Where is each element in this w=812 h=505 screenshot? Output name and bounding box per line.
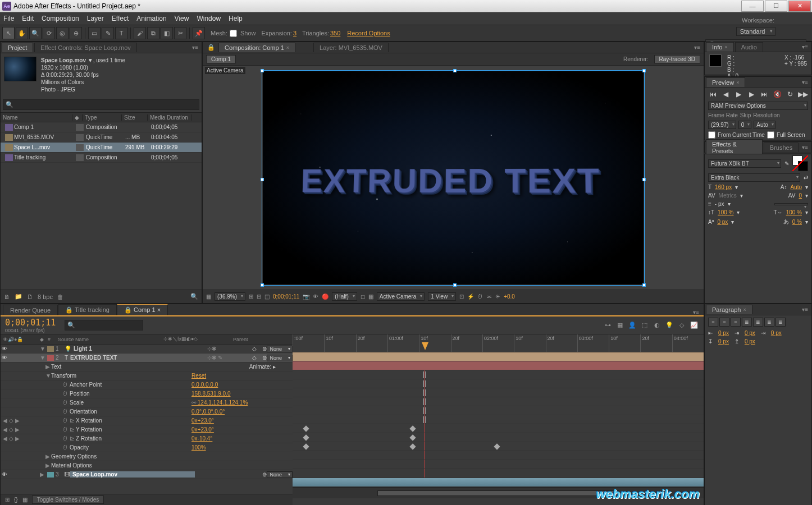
layer-bar[interactable] (293, 478, 704, 487)
font-style-dropdown[interactable]: Extra Black (708, 173, 800, 182)
property-row[interactable]: ⏱ Anchor Point 0.0,0.0,0.0 (1, 380, 293, 389)
stroke-width-value[interactable]: - px (715, 201, 724, 207)
link-icon[interactable]: ⚯ (191, 400, 196, 406)
show-snapshot-icon[interactable]: 👁 (313, 293, 318, 300)
expression-icon[interactable]: ⊵ (70, 435, 74, 442)
pan-behind-tool-icon[interactable]: ⊕ (70, 27, 82, 39)
property-track[interactable] (293, 442, 704, 451)
visibility-icon[interactable]: 👁 (1, 355, 8, 361)
from-current-time-checkbox[interactable] (708, 131, 715, 139)
modes-icon[interactable]: ▦ (22, 497, 28, 503)
property-row[interactable]: ▶ Material Options (1, 461, 293, 470)
keyframe-nav[interactable]: ◀ ◇ ▶ (1, 435, 23, 442)
property-row[interactable]: ◀ ◇ ▶ ⏱⊵ X Rotation 0x+23.0° (1, 416, 293, 425)
kerning-value[interactable]: Metrics (719, 192, 737, 199)
time-navigator[interactable] (377, 490, 619, 496)
property-value[interactable]: Reset (191, 373, 293, 379)
item-label-icon[interactable] (76, 144, 84, 151)
indent-left-value[interactable]: 0 px (718, 330, 729, 336)
brush-tool-icon[interactable]: 🖌 (134, 27, 146, 39)
twirl-icon[interactable]: ▶ (45, 462, 51, 469)
property-row[interactable]: ▼ Transform Reset (1, 371, 293, 380)
rectangle-tool-icon[interactable]: ▭ (88, 27, 101, 39)
zoom-dropdown[interactable]: (36.9%) (215, 292, 245, 301)
leading-value[interactable]: Auto (790, 184, 802, 190)
roi-icon[interactable]: ◻ (361, 293, 365, 300)
project-item[interactable]: Title tracking Composition 0;00;04;05 (1, 153, 202, 163)
window-maximize-button[interactable]: ☐ (765, 1, 787, 12)
text-tool-icon[interactable]: T (115, 27, 127, 39)
tab-composition[interactable]: Composition: Comp 1× (218, 43, 295, 52)
property-row[interactable]: ▶ Text Animate: ▸ (1, 362, 293, 371)
close-icon[interactable]: × (286, 45, 289, 50)
visibility-icon[interactable]: 👁 (1, 346, 8, 352)
switches-icon[interactable]: {} (14, 497, 18, 503)
twirl-icon[interactable]: ▼ (40, 355, 45, 361)
twirl-icon[interactable]: ▼ (45, 373, 51, 379)
baseline-value[interactable]: 0 px (717, 219, 728, 225)
keyframe-icon[interactable] (303, 443, 309, 449)
property-value[interactable]: 0x+23.0° (191, 417, 293, 424)
3d-layer-icon[interactable]: ◇ (252, 355, 257, 361)
views-dropdown[interactable]: 1 View (428, 292, 456, 301)
stroke-style-dropdown[interactable] (774, 203, 808, 205)
expand-icon[interactable]: ⊞ (5, 497, 10, 503)
property-value[interactable]: 0x+23.0° (191, 426, 293, 433)
twirl-icon[interactable]: ▶ (40, 471, 45, 478)
reset-exposure-icon[interactable]: ☀ (495, 293, 500, 300)
tab-effect-controls[interactable]: Effect Controls: Space Loop.mov (34, 43, 137, 52)
col-source-name[interactable]: Source Name (56, 337, 163, 342)
parent-dropdown[interactable]: None (267, 346, 293, 352)
property-row[interactable]: ⏱ Scale ⚯ 124.1,124.1,124.1% (1, 398, 293, 407)
item-label-icon[interactable] (76, 134, 84, 141)
space-after-value[interactable]: 0 px (745, 338, 755, 345)
justify-last-right-button[interactable]: ≣ (764, 318, 774, 327)
animate-button[interactable]: Animate: ▸ (249, 364, 293, 370)
current-time[interactable]: 0;00;01;11 (273, 293, 299, 300)
lock-icon[interactable]: 🔒 (207, 44, 215, 51)
layer-name[interactable]: Light 1 (71, 346, 207, 352)
panel-menu-icon[interactable]: ▾≡ (800, 306, 810, 313)
grid-icon[interactable]: ⊞ (249, 293, 253, 300)
keyframe-icon[interactable] (303, 434, 309, 440)
graph-editor-icon[interactable]: 📈 (689, 320, 699, 330)
mask-icon[interactable]: ◫ (264, 293, 270, 300)
col-parent[interactable]: Parent (231, 337, 293, 342)
property-row[interactable]: ▶ Geometry Options (1, 452, 293, 461)
menu-view[interactable]: View (175, 15, 189, 22)
menu-edit[interactable]: Edit (22, 15, 34, 22)
property-track[interactable] (293, 433, 704, 442)
mesh-show-checkbox[interactable] (230, 30, 237, 37)
col-size[interactable]: Size (122, 114, 148, 121)
transform-handle[interactable] (261, 178, 264, 181)
project-search-input[interactable]: 🔍 (3, 99, 199, 110)
transform-handle[interactable] (642, 178, 646, 181)
extruded-text-layer[interactable]: EXTRUDED TEXT (300, 160, 682, 201)
project-item[interactable]: Comp 1 Composition 0;00;04;05 (1, 122, 202, 132)
close-icon[interactable]: × (743, 307, 746, 313)
item-label-icon[interactable] (76, 124, 84, 131)
space-before-value[interactable]: 0 px (718, 338, 729, 345)
property-track[interactable] (293, 424, 704, 433)
pen-tool-icon[interactable]: ✎ (102, 27, 114, 39)
indent-right-value[interactable]: 0 px (771, 330, 782, 336)
new-folder-icon[interactable]: 📁 (15, 293, 22, 300)
keyframe-nav[interactable]: ◀ ◇ ▶ (1, 426, 23, 433)
always-preview-icon[interactable]: ▦ (206, 293, 211, 300)
next-frame-button[interactable]: ▶ (747, 90, 757, 98)
bpc-button[interactable]: 8 bpc (38, 293, 53, 300)
brainstorm-icon[interactable]: 💡 (664, 320, 674, 330)
triangles-value[interactable]: 350 (330, 30, 340, 36)
fill-stroke-swatch[interactable] (792, 155, 808, 171)
stopwatch-icon[interactable]: ⏱ (62, 417, 68, 424)
property-value[interactable]: 0x-10.4° (191, 435, 293, 442)
col-media-duration[interactable]: Media Duration (148, 114, 191, 121)
project-search-icon[interactable]: 🔍 (190, 293, 198, 300)
tab-title-tracking[interactable]: 🔒 Title tracking (58, 304, 117, 315)
expression-icon[interactable]: ⊵ (70, 426, 74, 433)
align-right-button[interactable]: ≡ (731, 318, 741, 327)
full-screen-checkbox[interactable] (767, 131, 774, 139)
close-icon[interactable]: × (157, 306, 161, 313)
stopwatch-icon[interactable]: ⏱ (62, 435, 68, 442)
expansion-value[interactable]: 3 (293, 30, 296, 36)
